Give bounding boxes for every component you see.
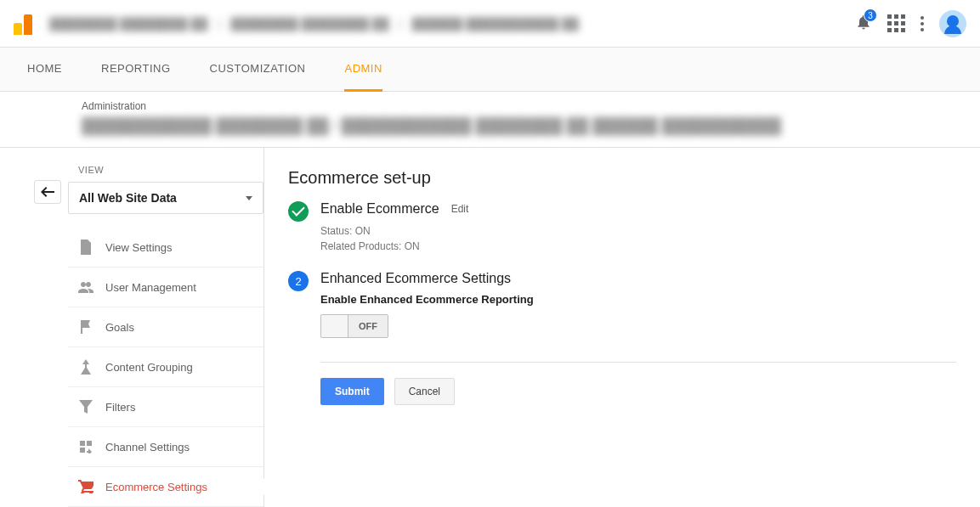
tab-customization[interactable]: CUSTOMIZATION xyxy=(210,48,306,92)
step2-title: Enhanced Ecommerce Settings xyxy=(320,271,511,286)
user-avatar[interactable] xyxy=(939,10,966,37)
users-icon xyxy=(78,279,93,295)
chevron-down-icon xyxy=(246,196,252,200)
sidebar-item-filters[interactable]: Filters xyxy=(68,387,263,427)
tab-reporting[interactable]: REPORTING xyxy=(101,48,171,92)
apps-icon[interactable] xyxy=(887,14,905,32)
admin-path: ████████████ ████████ ██ / ████████████ … xyxy=(82,117,898,135)
kebab-menu-icon[interactable] xyxy=(921,16,924,31)
view-dropdown[interactable]: All Web Site Data xyxy=(68,182,263,214)
page-title: Ecommerce set-up xyxy=(288,168,956,188)
sidebar-item-content-grouping[interactable]: Content Grouping xyxy=(68,347,263,387)
sidebar-item-channel-settings[interactable]: Channel Settings xyxy=(68,427,263,467)
edit-link[interactable]: Edit xyxy=(451,203,469,215)
cart-icon xyxy=(78,479,93,494)
step2-subtitle: Enable Enhanced Ecommerce Reporting xyxy=(320,293,956,306)
flag-icon xyxy=(78,319,93,335)
notifications-icon[interactable]: 3 xyxy=(855,14,872,33)
submit-button[interactable]: Submit xyxy=(320,378,384,405)
admin-label: Administration xyxy=(82,100,898,112)
sidebar-item-view-settings[interactable]: View Settings xyxy=(68,228,263,268)
channel-icon xyxy=(78,439,93,454)
account-breadcrumb: ████████ ████████ ██ | ████████ ████████… xyxy=(49,17,855,31)
related-products-row: Related Products: ON xyxy=(320,239,956,254)
tab-admin[interactable]: ADMIN xyxy=(344,48,382,92)
sidebar-item-goals[interactable]: Goals xyxy=(68,307,263,347)
cancel-button[interactable]: Cancel xyxy=(394,378,455,405)
sidebar-item-ecommerce-settings[interactable]: Ecommerce Settings xyxy=(68,467,263,507)
sidebar-item-label: Channel Settings xyxy=(105,441,190,453)
grouping-icon xyxy=(78,359,93,375)
ga-logo xyxy=(14,13,36,35)
sidebar-item-label: Ecommerce Settings xyxy=(105,481,207,493)
step1-title: Enable Ecommerce xyxy=(320,201,439,217)
document-icon xyxy=(78,239,93,255)
toggle-label: OFF xyxy=(348,315,388,337)
sidebar-item-user-management[interactable]: User Management xyxy=(68,268,263,307)
step1-complete-icon xyxy=(288,201,309,222)
status-row: Status: ON xyxy=(320,223,956,239)
enhanced-ecommerce-toggle[interactable]: OFF xyxy=(320,314,388,338)
sidebar-item-label: View Settings xyxy=(105,241,173,254)
sidebar-item-label: User Management xyxy=(105,281,196,294)
step2-badge: 2 xyxy=(288,271,309,291)
sidebar-item-label: Filters xyxy=(105,401,135,414)
notification-count: 3 xyxy=(864,8,877,22)
view-label: VIEW xyxy=(68,158,263,182)
back-button[interactable] xyxy=(34,180,61,204)
dropdown-value: All Web Site Data xyxy=(79,191,177,205)
sidebar-item-label: Content Grouping xyxy=(105,361,193,374)
tab-home[interactable]: HOME xyxy=(27,48,62,92)
filter-icon xyxy=(78,399,93,414)
sidebar-item-label: Goals xyxy=(105,321,134,334)
